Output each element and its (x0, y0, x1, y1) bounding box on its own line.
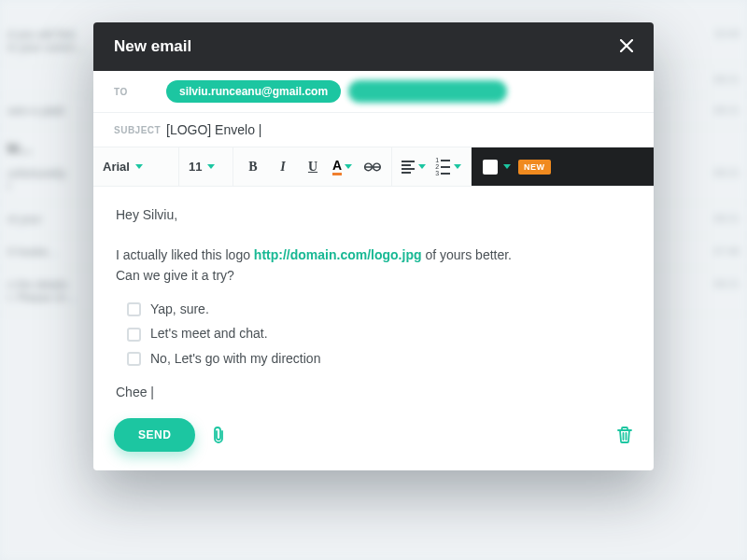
poll-option[interactable]: Let's meet and chat. (127, 324, 631, 344)
color-swatch-icon (483, 160, 498, 175)
paperclip-icon (210, 426, 227, 444)
chevron-down-icon (454, 164, 461, 169)
subject-input[interactable] (166, 122, 633, 137)
message-body[interactable]: Hey Silviu, I actually liked this logo h… (93, 187, 654, 411)
bold-button[interactable]: B (243, 160, 263, 175)
attach-button[interactable] (210, 426, 227, 444)
font-name: Arial (103, 160, 130, 174)
modal-title: New email (114, 37, 191, 56)
body-greeting: Hey Silviu, (116, 205, 631, 226)
checkbox-icon[interactable] (127, 302, 141, 316)
modal-header: New email (93, 22, 654, 71)
subject-label: SUBJECT (114, 125, 166, 135)
align-button[interactable] (402, 161, 426, 174)
checkbox-icon[interactable] (127, 352, 141, 366)
font-size: 11 (189, 160, 202, 174)
font-size-select[interactable]: 11 (189, 160, 215, 174)
font-select[interactable]: Arial (103, 160, 143, 174)
italic-button[interactable]: I (273, 160, 293, 175)
chevron-down-icon (345, 164, 352, 169)
link-button[interactable]: ⊖⊖ (361, 160, 382, 175)
trash-icon (616, 426, 633, 444)
new-badge: NEW (518, 160, 551, 175)
bg-color-button[interactable] (483, 160, 511, 175)
list-button[interactable]: 123 (435, 158, 461, 175)
to-row[interactable]: TO silviu.runceanu@gmail.com (93, 71, 654, 113)
to-label: TO (114, 87, 166, 97)
text-color-icon: A (332, 159, 342, 175)
list-icon: 123 (435, 158, 450, 175)
send-button[interactable]: SEND (114, 418, 195, 452)
checkbox-icon[interactable] (127, 328, 141, 342)
align-icon (402, 161, 415, 174)
body-signature: Chee | (116, 383, 631, 403)
compose-modal: New email TO silviu.runceanu@gmail.com S… (93, 22, 654, 470)
poll-option[interactable]: Yap, sure. (127, 300, 631, 320)
close-icon (620, 39, 633, 52)
discard-button[interactable] (616, 426, 633, 444)
body-line1: I actually liked this logo http://domain… (116, 245, 631, 286)
body-link[interactable]: http://domain.com/logo.jpg (254, 247, 422, 262)
recipient-chip-blurred[interactable] (348, 80, 507, 103)
recipient-chip[interactable]: silviu.runceanu@gmail.com (166, 80, 341, 103)
text-color-button[interactable]: A (332, 159, 352, 175)
poll-option[interactable]: No, Let's go with my direction (127, 349, 631, 370)
theme-group: NEW (472, 147, 654, 186)
poll-options: Yap, sure. Let's meet and chat. No, Let'… (127, 300, 631, 370)
subject-row[interactable]: SUBJECT (93, 113, 654, 147)
chevron-down-icon (418, 164, 426, 169)
format-toolbar: Arial 11 B I U A ⊖⊖ 123 (93, 147, 654, 187)
chevron-down-icon (207, 164, 215, 169)
modal-footer: SEND (93, 411, 654, 470)
underline-button[interactable]: U (303, 160, 323, 175)
close-button[interactable] (620, 39, 633, 55)
chevron-down-icon (503, 164, 511, 169)
chevron-down-icon (135, 164, 143, 169)
